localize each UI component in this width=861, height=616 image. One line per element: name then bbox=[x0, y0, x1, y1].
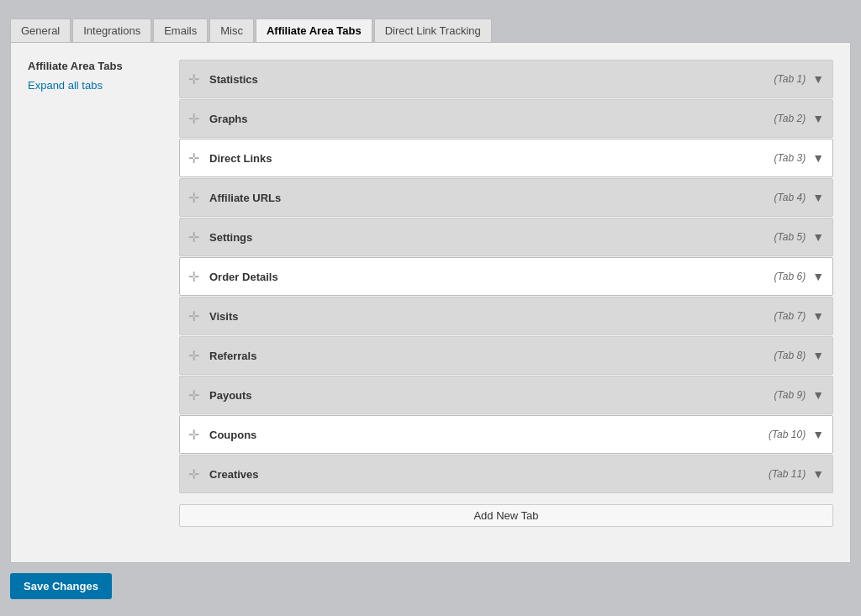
tab-row-coupons[interactable]: ✛ Coupons (Tab 10) ▼ bbox=[179, 415, 833, 454]
drag-handle[interactable]: ✛ bbox=[188, 190, 199, 206]
nav-tab-direct-link-tracking[interactable]: Direct Link Tracking bbox=[374, 18, 492, 42]
tab-row-name: Settings bbox=[209, 231, 774, 244]
chevron-down-icon[interactable]: ▼ bbox=[812, 191, 824, 204]
tab-list: ✛ Statistics (Tab 1) ▼ ✛ Graphs (Tab 2) … bbox=[179, 60, 833, 545]
nav-tab-misc[interactable]: Misc bbox=[209, 18, 254, 42]
tab-row-name: Order Details bbox=[209, 271, 774, 283]
tab-row-name: Coupons bbox=[209, 429, 769, 441]
chevron-down-icon[interactable]: ▼ bbox=[812, 230, 824, 244]
drag-handle[interactable]: ✛ bbox=[188, 387, 199, 403]
page-wrapper: GeneralIntegrationsEmailsMiscAffiliate A… bbox=[10, 10, 851, 604]
tab-row-name: Direct Links bbox=[209, 152, 774, 165]
tab-row-name: Graphs bbox=[209, 113, 774, 125]
tab-row-name: Statistics bbox=[209, 73, 774, 86]
chevron-down-icon[interactable]: ▼ bbox=[812, 467, 824, 481]
tab-row-number: (Tab 1) bbox=[774, 73, 806, 85]
tab-row-statistics[interactable]: ✛ Statistics (Tab 1) ▼ bbox=[179, 60, 833, 98]
chevron-down-icon[interactable]: ▼ bbox=[812, 428, 824, 441]
tab-row-number: (Tab 9) bbox=[774, 389, 806, 401]
tab-row-number: (Tab 2) bbox=[774, 113, 806, 124]
tab-row-name: Payouts bbox=[209, 389, 774, 402]
tab-row-number: (Tab 10) bbox=[769, 429, 806, 440]
nav-tab-general[interactable]: General bbox=[10, 18, 71, 42]
drag-handle[interactable]: ✛ bbox=[188, 269, 199, 285]
add-new-tab-button[interactable]: Add New Tab bbox=[179, 504, 833, 527]
save-changes-button[interactable]: Save Changes bbox=[10, 573, 112, 599]
tab-row-referrals[interactable]: ✛ Referrals (Tab 8) ▼ bbox=[179, 336, 833, 375]
tab-row-number: (Tab 3) bbox=[774, 152, 806, 164]
tab-row-affiliate-urls[interactable]: ✛ Affiliate URLs (Tab 4) ▼ bbox=[179, 178, 833, 217]
main-content: Affiliate Area Tabs Expand all tabs ✛ St… bbox=[10, 42, 851, 563]
nav-tab-affiliate-area-tabs[interactable]: Affiliate Area Tabs bbox=[256, 18, 372, 42]
tab-row-direct-links[interactable]: ✛ Direct Links (Tab 3) ▼ bbox=[179, 139, 833, 177]
drag-handle[interactable]: ✛ bbox=[188, 150, 199, 166]
drag-handle[interactable]: ✛ bbox=[188, 466, 199, 482]
expand-all-tabs-link[interactable]: Expand all tabs bbox=[28, 79, 103, 92]
tab-row-name: Referrals bbox=[209, 350, 774, 362]
nav-tab-integrations[interactable]: Integrations bbox=[72, 18, 151, 42]
chevron-down-icon[interactable]: ▼ bbox=[812, 72, 824, 86]
tab-row-number: (Tab 5) bbox=[774, 231, 806, 243]
drag-handle[interactable]: ✛ bbox=[188, 111, 199, 127]
tab-row-name: Affiliate URLs bbox=[209, 192, 774, 204]
sidebar-title: Affiliate Area Tabs bbox=[28, 60, 162, 72]
tab-row-name: Visits bbox=[209, 310, 774, 323]
tab-row-order-details[interactable]: ✛ Order Details (Tab 6) ▼ bbox=[179, 257, 833, 296]
drag-handle[interactable]: ✛ bbox=[188, 229, 199, 245]
drag-handle[interactable]: ✛ bbox=[188, 71, 199, 87]
tab-row-number: (Tab 11) bbox=[769, 468, 806, 480]
drag-handle[interactable]: ✛ bbox=[188, 427, 199, 443]
tab-row-graphs[interactable]: ✛ Graphs (Tab 2) ▼ bbox=[179, 99, 833, 138]
drag-handle[interactable]: ✛ bbox=[188, 348, 199, 364]
tab-row-payouts[interactable]: ✛ Payouts (Tab 9) ▼ bbox=[179, 376, 833, 414]
sidebar: Affiliate Area Tabs Expand all tabs bbox=[28, 60, 162, 545]
chevron-down-icon[interactable]: ▼ bbox=[812, 270, 824, 283]
chevron-down-icon[interactable]: ▼ bbox=[812, 388, 824, 402]
tab-row-number: (Tab 6) bbox=[774, 271, 806, 282]
drag-handle[interactable]: ✛ bbox=[188, 308, 199, 324]
tab-row-name: Creatives bbox=[209, 468, 769, 481]
tab-row-number: (Tab 7) bbox=[774, 310, 806, 322]
chevron-down-icon[interactable]: ▼ bbox=[812, 349, 824, 362]
save-bar: Save Changes bbox=[10, 563, 851, 604]
tab-row-number: (Tab 4) bbox=[774, 192, 806, 203]
tab-row-visits[interactable]: ✛ Visits (Tab 7) ▼ bbox=[179, 297, 833, 335]
tab-row-settings[interactable]: ✛ Settings (Tab 5) ▼ bbox=[179, 218, 833, 256]
tabs-nav: GeneralIntegrationsEmailsMiscAffiliate A… bbox=[10, 10, 851, 42]
tab-row-creatives[interactable]: ✛ Creatives (Tab 11) ▼ bbox=[179, 455, 833, 493]
tab-row-number: (Tab 8) bbox=[774, 350, 806, 361]
chevron-down-icon[interactable]: ▼ bbox=[812, 309, 824, 323]
chevron-down-icon[interactable]: ▼ bbox=[812, 112, 824, 125]
nav-tab-emails[interactable]: Emails bbox=[153, 18, 208, 42]
chevron-down-icon[interactable]: ▼ bbox=[812, 151, 824, 165]
